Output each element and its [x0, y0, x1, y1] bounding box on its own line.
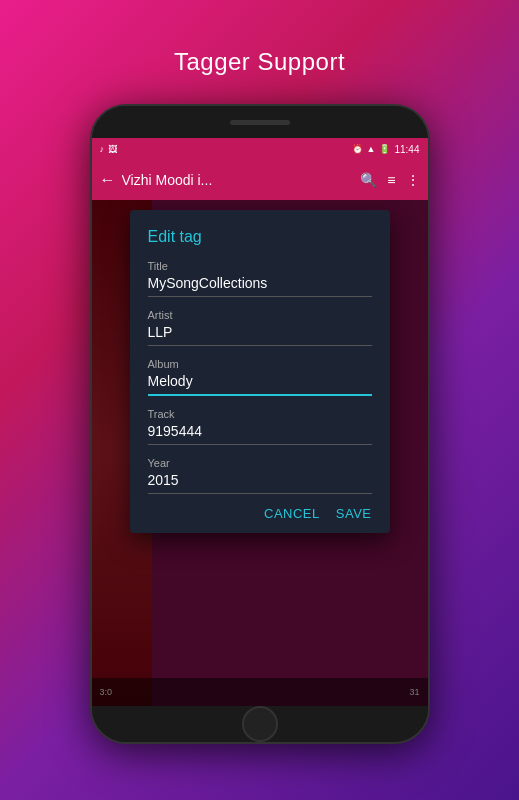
image-icon: 🖼 — [108, 144, 117, 154]
signal-icon: ▲ — [367, 144, 376, 154]
phone-shell: ♪ 🖼 ⏰ ▲ 🔋 11:44 ← Vizhi Moodi i... 🔍 ≡ ⋮… — [90, 104, 430, 744]
dialog-title: Edit tag — [148, 228, 372, 246]
track-field-label: Track — [148, 408, 372, 420]
artist-field-label: Artist — [148, 309, 372, 321]
status-left-icons: ♪ 🖼 — [100, 144, 118, 154]
content-area: 3:0 31 Edit tag Title MySongCollections … — [92, 200, 428, 706]
cancel-button[interactable]: CANCEL — [264, 506, 320, 521]
album-field-label: Album — [148, 358, 372, 370]
title-field-value[interactable]: MySongCollections — [148, 275, 372, 297]
music-note-icon: ♪ — [100, 144, 105, 154]
album-field-value[interactable]: Melody — [148, 373, 372, 396]
track-field-value[interactable]: 9195444 — [148, 423, 372, 445]
search-icon[interactable]: 🔍 — [360, 172, 377, 188]
artist-field-value[interactable]: LLP — [148, 324, 372, 346]
equalizer-icon[interactable]: ≡ — [387, 172, 395, 188]
app-bar-actions: 🔍 ≡ ⋮ — [360, 172, 419, 188]
status-time: 11:44 — [394, 144, 419, 155]
alarm-icon: ⏰ — [352, 144, 363, 154]
status-right: ⏰ ▲ 🔋 11:44 — [352, 144, 420, 155]
home-button[interactable] — [242, 706, 278, 742]
year-field-label: Year — [148, 457, 372, 469]
back-button[interactable]: ← — [100, 171, 116, 189]
year-field-value[interactable]: 2015 — [148, 472, 372, 494]
page-title: Tagger Support — [174, 48, 345, 76]
edit-tag-dialog: Edit tag Title MySongCollections Artist … — [130, 210, 390, 533]
app-bar-title: Vizhi Moodi i... — [122, 172, 355, 188]
title-field-label: Title — [148, 260, 372, 272]
status-bar: ♪ 🖼 ⏰ ▲ 🔋 11:44 — [92, 138, 428, 160]
phone-bottom — [92, 706, 428, 742]
save-button[interactable]: SAVE — [336, 506, 372, 521]
app-bar: ← Vizhi Moodi i... 🔍 ≡ ⋮ — [92, 160, 428, 200]
phone-speaker — [230, 120, 290, 125]
phone-top — [92, 106, 428, 138]
dialog-actions: CANCEL SAVE — [148, 506, 372, 521]
more-options-icon[interactable]: ⋮ — [406, 172, 420, 188]
battery-icon: 🔋 — [379, 144, 390, 154]
dialog-overlay: Edit tag Title MySongCollections Artist … — [92, 200, 428, 706]
